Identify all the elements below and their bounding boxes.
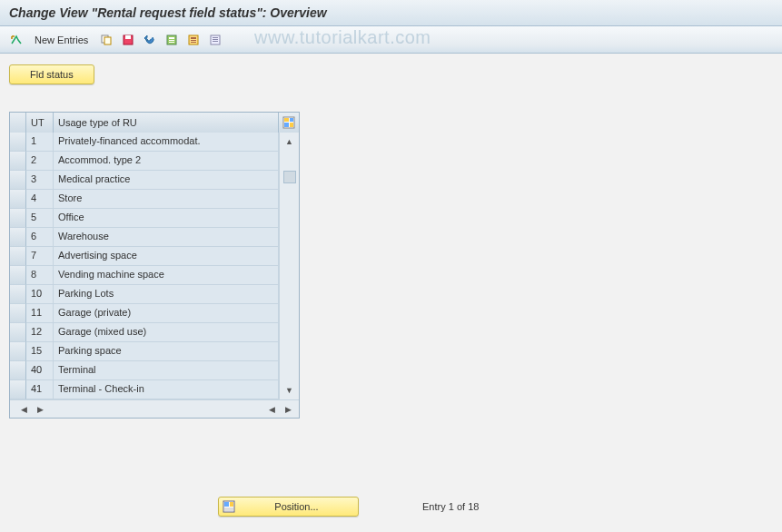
svg-rect-22 (224, 502, 229, 507)
scroll-up-icon[interactable]: ▲ (282, 134, 297, 149)
svg-rect-18 (290, 118, 293, 122)
svg-rect-11 (191, 42, 196, 43)
content-area: Fld status UT Usage type of RU 1Privatel… (0, 54, 782, 532)
cell-ut[interactable]: 6 (26, 228, 54, 247)
row-selector[interactable] (10, 361, 26, 380)
svg-rect-20 (290, 123, 293, 127)
position-button[interactable]: Position... (218, 497, 359, 517)
scroll-right2-icon[interactable]: ▶ (281, 402, 295, 417)
copy-icon[interactable] (97, 31, 115, 49)
cell-ut[interactable]: 8 (26, 266, 54, 285)
row-selector[interactable] (10, 228, 26, 247)
table-row[interactable]: 10Parking Lots (10, 285, 279, 304)
entry-count-text: Entry 1 of 18 (422, 501, 479, 512)
vertical-scrollbar[interactable]: ▲ ▼ (279, 133, 299, 399)
table-row[interactable]: 2Accommod. type 2 (10, 152, 279, 171)
cell-ut[interactable]: 7 (26, 247, 54, 266)
cell-usage[interactable]: Parking Lots (54, 285, 279, 304)
table-row[interactable]: 3Medical practice (10, 171, 279, 190)
table-config-icon[interactable] (279, 113, 299, 133)
footer: Position... Entry 1 of 18 (0, 497, 782, 517)
table-row[interactable]: 40Terminal (10, 361, 279, 380)
table-header: UT Usage type of RU (10, 113, 299, 133)
scroll-right-icon[interactable]: ▶ (33, 402, 47, 417)
cell-usage[interactable]: Advertising space (54, 247, 279, 266)
position-label: Position... (241, 501, 352, 512)
cell-ut[interactable]: 40 (26, 361, 54, 380)
cell-ut[interactable]: 11 (26, 304, 54, 323)
cell-usage[interactable]: Garage (private) (54, 304, 279, 323)
scroll-left-icon[interactable]: ◀ (16, 402, 31, 417)
row-selector[interactable] (10, 380, 26, 399)
cell-usage[interactable]: Store (54, 190, 279, 209)
row-selector[interactable] (10, 171, 26, 190)
cell-usage[interactable]: Parking space (54, 342, 279, 361)
cell-ut[interactable]: 4 (26, 190, 54, 209)
scroll-thumb[interactable] (283, 171, 296, 183)
table-row[interactable]: 5Office (10, 209, 279, 228)
cell-ut[interactable]: 15 (26, 342, 54, 361)
select-block-icon[interactable] (184, 31, 203, 49)
svg-rect-13 (213, 37, 218, 38)
cell-usage[interactable]: Privately-financed accommodat. (54, 133, 279, 152)
undo-icon[interactable] (141, 31, 159, 49)
position-icon (223, 500, 235, 513)
select-all-icon[interactable] (163, 31, 181, 49)
table-row[interactable]: 11Garage (private) (10, 304, 279, 323)
row-selector[interactable] (10, 209, 26, 228)
svg-rect-17 (284, 118, 289, 122)
select-all-corner[interactable] (10, 113, 26, 133)
cell-ut[interactable]: 1 (26, 133, 54, 152)
row-selector[interactable] (10, 152, 26, 171)
row-selector[interactable] (10, 342, 26, 361)
cell-usage[interactable]: Terminal - Check-in (54, 380, 279, 399)
table-row[interactable]: 4Store (10, 190, 279, 209)
toggle-icon[interactable] (7, 31, 25, 49)
svg-rect-1 (104, 37, 111, 44)
cell-ut[interactable]: 2 (26, 152, 54, 171)
col-header-ut[interactable]: UT (26, 113, 54, 133)
svg-rect-6 (169, 40, 174, 41)
cell-ut[interactable]: 10 (26, 285, 54, 304)
cell-usage[interactable]: Office (54, 209, 279, 228)
row-selector[interactable] (10, 247, 26, 266)
table-row[interactable]: 6Warehouse (10, 228, 279, 247)
table-row[interactable]: 12Garage (mixed use) (10, 323, 279, 342)
horizontal-scrollbar[interactable]: ◀ ▶ ◀ ▶ (10, 399, 299, 418)
col-header-usage[interactable]: Usage type of RU (54, 113, 279, 133)
scroll-down-icon[interactable]: ▼ (282, 383, 297, 398)
row-selector[interactable] (10, 266, 26, 285)
save-icon[interactable] (119, 31, 137, 49)
table-row[interactable]: 1Privately-financed accommodat. (10, 133, 279, 152)
new-entries-button[interactable]: New Entries (29, 34, 94, 45)
cell-ut[interactable]: 5 (26, 209, 54, 228)
svg-rect-19 (284, 123, 289, 127)
deselect-all-icon[interactable] (206, 31, 224, 49)
cell-usage[interactable]: Terminal (54, 361, 279, 380)
cell-usage[interactable]: Warehouse (54, 228, 279, 247)
fld-status-button[interactable]: Fld status (9, 64, 94, 84)
svg-rect-7 (169, 42, 174, 43)
cell-ut[interactable]: 12 (26, 323, 54, 342)
cell-usage[interactable]: Vending machine space (54, 266, 279, 285)
table-row[interactable]: 8Vending machine space (10, 266, 279, 285)
row-selector[interactable] (10, 323, 26, 342)
cell-ut[interactable]: 41 (26, 380, 54, 399)
svg-rect-24 (224, 507, 233, 511)
row-selector[interactable] (10, 190, 26, 209)
svg-rect-9 (191, 37, 196, 39)
table-row[interactable]: 7Advertising space (10, 247, 279, 266)
row-selector[interactable] (10, 304, 26, 323)
table-row[interactable]: 41Terminal - Check-in (10, 380, 279, 399)
cell-ut[interactable]: 3 (26, 171, 54, 190)
row-selector[interactable] (10, 285, 26, 304)
table-row[interactable]: 15Parking space (10, 342, 279, 361)
svg-rect-3 (125, 35, 131, 39)
cell-usage[interactable]: Medical practice (54, 171, 279, 190)
scroll-left2-icon[interactable]: ◀ (264, 402, 279, 417)
row-selector[interactable] (10, 133, 26, 152)
cell-usage[interactable]: Garage (mixed use) (54, 323, 279, 342)
usage-type-table: UT Usage type of RU 1Privately-financed … (9, 112, 300, 419)
toolbar: New Entries (0, 26, 782, 54)
cell-usage[interactable]: Accommod. type 2 (54, 152, 279, 171)
